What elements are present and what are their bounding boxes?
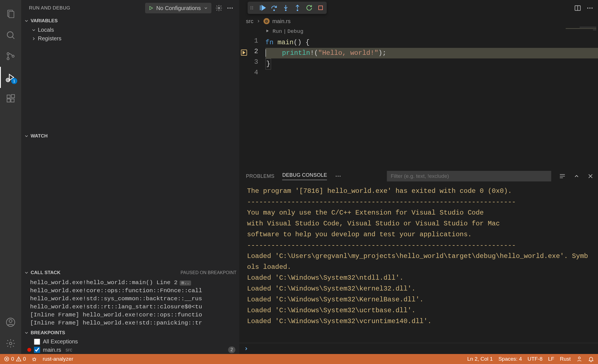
svg-point-18: [227, 8, 228, 9]
svg-point-26: [252, 9, 253, 9]
status-language[interactable]: Rust: [560, 356, 571, 362]
svg-point-38: [589, 8, 590, 9]
debug-config-dropdown[interactable]: No Configurations: [145, 3, 211, 13]
breakpoint-dot-icon: [27, 348, 31, 352]
start-debugging-icon[interactable]: [148, 6, 153, 11]
svg-point-39: [592, 8, 593, 9]
callstack-frame[interactable]: hello_world.exe!core::ops::function::FnO…: [21, 287, 239, 295]
svg-line-3: [12, 37, 14, 39]
svg-point-54: [33, 358, 35, 361]
continue-button[interactable]: [259, 4, 266, 11]
search-icon[interactable]: [0, 24, 21, 46]
svg-point-19: [230, 8, 231, 9]
svg-point-5: [7, 58, 9, 60]
status-debug-target[interactable]: [31, 356, 37, 362]
svg-point-15: [9, 342, 12, 345]
debug-toolbar[interactable]: [248, 2, 327, 14]
editor-group: src ⚙ main.rs 1 2 3 4 Run|Debug: [239, 0, 598, 354]
code-line[interactable]: }: [265, 58, 598, 70]
step-out-button[interactable]: [294, 4, 301, 11]
callstack-frame[interactable]: hello_world.exe!hello_world::main() Line…: [21, 279, 239, 287]
status-lncol[interactable]: Ln 2, Col 1: [467, 356, 493, 362]
variables-registers[interactable]: Registers: [21, 34, 239, 43]
svg-point-4: [7, 53, 9, 55]
callstack-frame[interactable]: [Inline Frame] hello_world.exe!core::ops…: [21, 311, 239, 319]
drag-grip-icon[interactable]: [249, 4, 254, 11]
run-debug-sidebar: RUN AND DEBUG No Configurations VARIABLE…: [21, 0, 239, 354]
tab-debug-console[interactable]: DEBUG CONSOLE: [282, 172, 327, 180]
line-numbers: 1 2 3 4: [249, 26, 265, 169]
svg-point-14: [9, 319, 12, 323]
svg-marker-40: [267, 29, 269, 32]
svg-point-22: [252, 6, 253, 7]
svg-point-33: [297, 10, 298, 11]
debug-console-input[interactable]: [239, 343, 598, 354]
svg-point-2: [7, 32, 13, 38]
svg-rect-1: [9, 11, 14, 18]
all-exceptions-checkbox[interactable]: [34, 339, 40, 345]
stop-button[interactable]: [317, 4, 324, 11]
restart-button[interactable]: [306, 4, 313, 11]
svg-point-29: [274, 10, 274, 11]
panel-more-icon[interactable]: [335, 173, 341, 179]
callstack-frame[interactable]: hello_world.exe!std::sys_common::backtra…: [21, 295, 239, 303]
callstack-status: PAUSED ON BREAKPOINT: [180, 270, 236, 275]
rust-file-icon: ⚙: [263, 18, 270, 24]
svg-point-43: [340, 176, 341, 176]
codelens-run-debug[interactable]: Run|Debug: [265, 26, 598, 37]
code-line-current[interactable]: println!("Hello, world!");: [265, 48, 598, 58]
svg-point-31: [285, 10, 286, 11]
source-control-icon[interactable]: [0, 46, 21, 67]
accounts-icon[interactable]: [0, 312, 21, 333]
minimap[interactable]: [556, 26, 598, 169]
status-spaces[interactable]: Spaces: 4: [498, 356, 522, 362]
svg-point-41: [336, 176, 337, 176]
more-icon[interactable]: [226, 4, 234, 12]
breadcrumb[interactable]: src ⚙ main.rs: [239, 16, 598, 26]
status-rust-analyzer[interactable]: rust-analyzer: [43, 356, 73, 362]
extensions-icon[interactable]: [0, 88, 21, 109]
svg-rect-11: [11, 99, 14, 102]
gear-icon[interactable]: [215, 4, 223, 12]
code-editor[interactable]: 1 2 3 4 Run|Debug fn main() { println!("…: [239, 26, 598, 169]
breakpoints-section-header[interactable]: BREAKPOINTS: [21, 328, 239, 338]
callstack-list: hello_world.exe!hello_world::main() Line…: [21, 277, 239, 328]
tab-problems[interactable]: PROBLEMS: [246, 173, 274, 179]
code-line[interactable]: [265, 70, 598, 80]
word-wrap-icon[interactable]: [559, 173, 566, 179]
debug-console-output[interactable]: The program '[7816] hello_world.exe' has…: [239, 183, 598, 343]
breakpoint-checkbox[interactable]: [34, 347, 40, 353]
console-filter-input[interactable]: [387, 171, 551, 181]
chevron-up-icon[interactable]: [573, 173, 580, 179]
variables-locals[interactable]: Locals: [21, 26, 239, 34]
chevron-down-icon: [204, 6, 208, 10]
step-over-button[interactable]: [270, 4, 278, 11]
explorer-icon[interactable]: [0, 3, 21, 24]
split-editor-icon[interactable]: [574, 4, 581, 12]
callstack-section-header[interactable]: CALL STACK PAUSED ON BREAKPOINT: [21, 268, 239, 277]
status-errors[interactable]: 0 0: [4, 356, 26, 362]
svg-rect-10: [7, 99, 10, 102]
status-bell-icon[interactable]: [588, 356, 594, 362]
breakpoint-all-exceptions[interactable]: All Exceptions: [21, 338, 239, 346]
breakpoint-item[interactable]: main.rs src 2: [21, 346, 239, 354]
close-panel-icon[interactable]: [587, 173, 594, 179]
status-encoding[interactable]: UTF-8: [528, 356, 543, 362]
run-debug-icon[interactable]: 1: [0, 67, 21, 88]
svg-point-6: [12, 55, 14, 57]
sidebar-title: RUN AND DEBUG: [29, 5, 70, 11]
variables-section-header[interactable]: VARIABLES: [21, 16, 239, 26]
callstack-frame[interactable]: [Inline Frame] hello_world.exe!std::pani…: [21, 319, 239, 327]
svg-rect-12: [11, 95, 14, 98]
status-eol[interactable]: LF: [548, 356, 554, 362]
step-into-button[interactable]: [282, 4, 289, 11]
status-feedback-icon[interactable]: [576, 356, 582, 362]
sidebar-header: RUN AND DEBUG No Configurations: [21, 0, 239, 16]
settings-gear-icon[interactable]: [0, 333, 21, 354]
svg-point-55: [578, 357, 580, 359]
code-line[interactable]: fn main() {: [265, 37, 598, 48]
watch-section-header[interactable]: WATCH: [21, 131, 239, 141]
callstack-frame[interactable]: hello_world.exe!std::rt::lang_start::clo…: [21, 303, 239, 311]
svg-point-42: [338, 176, 339, 176]
editor-more-icon[interactable]: [586, 4, 594, 12]
